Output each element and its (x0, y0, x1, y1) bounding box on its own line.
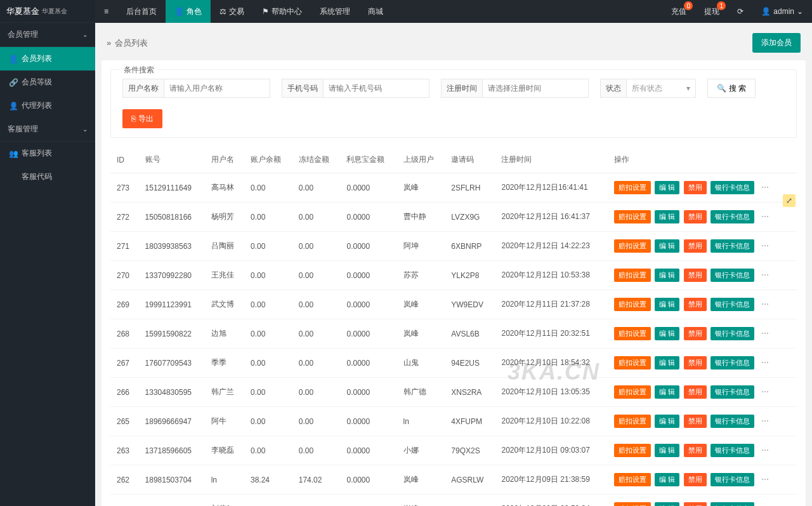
action-settings-button[interactable]: 赔扣设置 (614, 239, 651, 253)
action-ban-button[interactable]: 禁用 (684, 444, 707, 457)
export-button[interactable]: ⎘ 导出 (122, 109, 162, 128)
action-more-button[interactable]: ⋯ (759, 241, 771, 250)
action-more-button[interactable]: ⋯ (759, 300, 771, 309)
cell-code: LVZX9G (445, 203, 495, 232)
action-bank-button[interactable]: 银行卡信息 (710, 298, 754, 311)
action-ban-button[interactable]: 禁用 (684, 298, 707, 311)
action-settings-button[interactable]: 赔扣设置 (614, 181, 651, 194)
action-ban-button[interactable]: 禁用 (684, 239, 707, 253)
action-more-button[interactable]: ⋯ (759, 387, 771, 396)
action-edit-button[interactable]: 编 辑 (655, 415, 679, 428)
action-bank-button[interactable]: 银行卡信息 (710, 473, 754, 486)
topnav-item[interactable]: 商城 (359, 0, 392, 23)
cell-balance: 0.00 (244, 407, 292, 436)
cell-account: 18101447856 (139, 495, 205, 507)
action-ban-button[interactable]: 禁用 (684, 269, 707, 282)
action-edit-button[interactable]: 编 辑 (655, 444, 679, 457)
action-edit-button[interactable]: 编 辑 (655, 210, 679, 223)
menu-toggle[interactable]: ≡ (95, 0, 117, 23)
sidebar-group-header[interactable]: 客服管理⌄ (0, 117, 95, 142)
action-ban-button[interactable]: 禁用 (684, 181, 707, 194)
topnav-item[interactable]: ⚖交易 (211, 0, 253, 23)
action-settings-button[interactable]: 赔扣设置 (614, 473, 651, 486)
cell-code: AGSRLW (445, 465, 495, 495)
action-edit-button[interactable]: 编 辑 (655, 298, 679, 311)
regtime-input[interactable] (482, 79, 589, 98)
cell-account: 15050818166 (139, 203, 205, 232)
status-select[interactable]: 所有状态 ▾ (626, 79, 696, 98)
action-edit-button[interactable]: 编 辑 (655, 239, 679, 253)
topnav-right-item[interactable]: 充值0 (662, 0, 695, 23)
action-ban-button[interactable]: 禁用 (684, 356, 707, 370)
topnav-item[interactable]: ⚑帮助中心 (253, 0, 311, 23)
action-ban-button[interactable]: 禁用 (684, 502, 707, 506)
phone-input[interactable] (323, 79, 429, 98)
action-settings-button[interactable]: 赔扣设置 (614, 385, 651, 399)
cell-id: 271 (110, 232, 139, 261)
action-bank-button[interactable]: 银行卡信息 (710, 269, 754, 282)
logo: 华夏基金 华夏基金 (0, 0, 95, 23)
action-settings-button[interactable]: 赔扣设置 (614, 269, 651, 282)
sidebar-item[interactable]: 👤代理列表 (0, 94, 95, 117)
action-ban-button[interactable]: 禁用 (684, 415, 707, 428)
action-bank-button[interactable]: 银行卡信息 (710, 356, 754, 370)
action-edit-button[interactable]: 编 辑 (655, 327, 679, 340)
action-more-button[interactable]: ⋯ (759, 270, 771, 279)
action-settings-button[interactable]: 赔扣设置 (614, 444, 651, 457)
action-ban-button[interactable]: 禁用 (684, 210, 707, 223)
action-more-button[interactable]: ⋯ (759, 329, 771, 338)
cell-actions: 赔扣设置 编 辑 禁用 银行卡信息 ⋯ ⤢ (608, 173, 797, 203)
action-bank-button[interactable]: 银行卡信息 (710, 444, 754, 457)
action-edit-button[interactable]: 编 辑 (655, 502, 679, 506)
action-bank-button[interactable]: 银行卡信息 (710, 502, 754, 506)
sidebar-item[interactable]: 👥客服列表 (0, 142, 95, 165)
action-bank-button[interactable]: 银行卡信息 (710, 181, 754, 194)
action-more-button[interactable]: ⋯ (759, 358, 771, 367)
search-button[interactable]: 🔍 搜 索 (707, 79, 756, 98)
action-settings-button[interactable]: 赔扣设置 (614, 356, 651, 370)
cell-parent: 岚峰 (397, 290, 445, 319)
action-bank-button[interactable]: 银行卡信息 (710, 327, 754, 340)
action-settings-button[interactable]: 赔扣设置 (614, 210, 651, 223)
action-ban-button[interactable]: 禁用 (684, 327, 707, 340)
action-more-button[interactable]: ⋯ (759, 416, 771, 425)
topnav-item[interactable]: 后台首页 (117, 0, 166, 23)
action-bank-button[interactable]: 银行卡信息 (710, 239, 754, 253)
action-ban-button[interactable]: 禁用 (684, 473, 707, 486)
action-ban-button[interactable]: 禁用 (684, 385, 707, 399)
action-bank-button[interactable]: 银行卡信息 (710, 210, 754, 223)
sidebar-item-label: 会员列表 (22, 53, 52, 64)
sidebar-item[interactable]: 🔗会员等级 (0, 70, 95, 94)
action-edit-button[interactable]: 编 辑 (655, 356, 679, 370)
sidebar-group-header[interactable]: 会员管理⌄ (0, 23, 95, 47)
cell-interest: 0.0000 (340, 290, 396, 319)
topnav-right-item[interactable]: 👤admin ⌄ (752, 0, 812, 23)
action-edit-button[interactable]: 编 辑 (655, 181, 679, 194)
members-table: ID账号用户名账户余额冻结金额利息宝金额上级用户邀请码注册时间操作 273 15… (110, 147, 797, 506)
cell-name: 杨明芳 (205, 203, 244, 232)
action-settings-button[interactable]: 赔扣设置 (614, 327, 651, 340)
action-settings-button[interactable]: 赔扣设置 (614, 298, 651, 311)
username-input[interactable] (164, 79, 270, 98)
action-edit-button[interactable]: 编 辑 (655, 385, 679, 399)
table-row: 265 18969666947 阿牛 0.00 0.00 0.0000 ln 4… (110, 407, 797, 436)
add-member-button[interactable]: 添加会员 (752, 33, 801, 53)
sidebar-item[interactable]: 👤会员列表 (0, 47, 95, 70)
action-edit-button[interactable]: 编 辑 (655, 473, 679, 486)
refresh-button[interactable]: ⟳ (728, 0, 752, 23)
topnav-right-icon: ⟳ (737, 7, 743, 16)
action-more-button[interactable]: ⋯ (759, 475, 771, 484)
topnav-item[interactable]: 👤角色 (166, 0, 211, 23)
action-more-button[interactable]: ⋯ (759, 183, 771, 192)
topnav-right-item[interactable]: 提现1 (695, 0, 728, 23)
action-settings-button[interactable]: 赔扣设置 (614, 502, 651, 506)
action-bank-button[interactable]: 银行卡信息 (710, 385, 754, 399)
topnav-item[interactable]: 系统管理 (311, 0, 359, 23)
action-more-button[interactable]: ⋯ (759, 446, 771, 455)
cell-frozen: 0.00 (292, 290, 341, 319)
sidebar-item[interactable]: 客服代码 (0, 165, 95, 189)
action-more-button[interactable]: ⋯ (759, 212, 771, 221)
action-settings-button[interactable]: 赔扣设置 (614, 415, 651, 428)
action-bank-button[interactable]: 银行卡信息 (710, 415, 754, 428)
action-edit-button[interactable]: 编 辑 (655, 269, 679, 282)
